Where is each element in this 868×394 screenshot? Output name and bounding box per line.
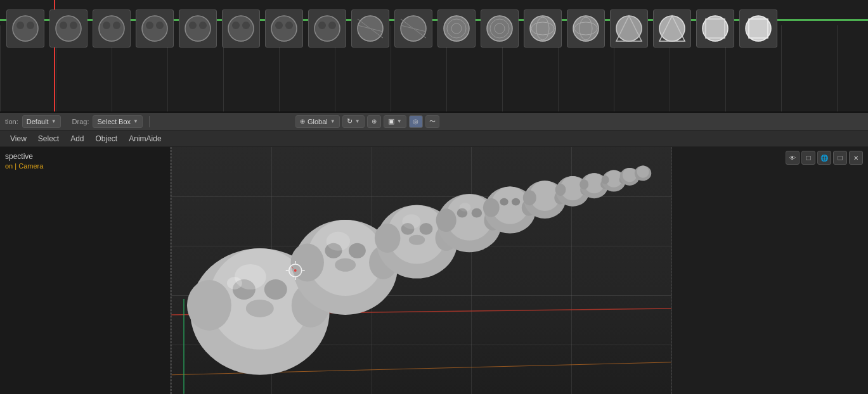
svg-point-3 <box>56 16 81 41</box>
drag-value: Select Box <box>97 118 131 125</box>
svg-point-61 <box>227 277 242 289</box>
svg-point-9 <box>142 16 167 41</box>
svg-point-46 <box>703 16 728 41</box>
snap-toggle[interactable]: ⊕ <box>367 115 381 128</box>
svg-point-84 <box>459 203 470 212</box>
drag-dropdown-arrow: ▼ <box>133 118 138 124</box>
mode-dropdown[interactable]: Default ▼ <box>22 115 61 128</box>
thumb-16[interactable] <box>696 10 734 48</box>
right-gizmo-btn[interactable]: 🌐 <box>817 151 831 165</box>
svg-point-33 <box>487 16 512 41</box>
main-viewport[interactable] <box>171 147 671 394</box>
gizmo-icon: 🌐 <box>820 155 828 162</box>
svg-point-89 <box>500 198 508 206</box>
svg-point-12 <box>185 16 211 41</box>
svg-point-5 <box>70 22 77 29</box>
svg-point-20 <box>285 22 293 29</box>
menu-add[interactable]: Add <box>65 133 89 144</box>
svg-point-42 <box>616 16 642 41</box>
drag-dropdown[interactable]: Select Box ▼ <box>93 115 143 128</box>
snap-options-icon: ▣ <box>388 117 394 125</box>
svg-point-44 <box>659 16 685 41</box>
timeline-area[interactable] <box>0 0 868 113</box>
menu-view[interactable]: View <box>5 133 32 144</box>
svg-point-22 <box>318 22 326 29</box>
svg-point-105 <box>602 175 609 184</box>
drag-label: Drag: <box>72 118 89 125</box>
right-overlay-btn[interactable]: □ <box>801 151 815 165</box>
svg-point-110 <box>637 166 649 178</box>
svg-point-16 <box>232 22 240 29</box>
svg-point-39 <box>573 16 599 41</box>
timeline-thumbnails <box>0 3 784 54</box>
3d-scene <box>171 147 671 394</box>
thumb-6[interactable] <box>265 10 303 48</box>
thumb-2[interactable] <box>93 10 131 48</box>
thumb-4[interactable] <box>179 10 217 48</box>
thumb-11[interactable] <box>481 10 519 48</box>
thumb-5[interactable] <box>222 10 260 48</box>
thumb-15[interactable] <box>653 10 691 48</box>
menu-bar: View Select Add Object AnimAide <box>0 130 868 147</box>
thumb-1[interactable] <box>49 10 87 48</box>
perspective-label: spective <box>5 152 33 161</box>
svg-point-69 <box>327 232 350 251</box>
snap-options[interactable]: ▣ ▼ <box>384 115 406 128</box>
orientation-icon: ⊕ <box>300 118 305 125</box>
svg-point-93 <box>523 190 536 205</box>
svg-point-13 <box>189 22 197 29</box>
thumb-0[interactable] <box>6 10 44 48</box>
svg-point-59 <box>246 300 274 317</box>
mode-value: Default <box>27 118 49 125</box>
thumb-10[interactable] <box>437 10 476 48</box>
toolbar-separator-1 <box>149 116 150 127</box>
svg-point-58 <box>264 279 287 300</box>
svg-point-67 <box>349 243 366 258</box>
svg-point-90 <box>512 198 520 206</box>
thumb-14[interactable] <box>610 10 648 48</box>
svg-point-0 <box>13 16 38 41</box>
thumb-13[interactable] <box>567 10 605 48</box>
thumb-8[interactable] <box>351 10 389 48</box>
svg-point-30 <box>444 16 469 41</box>
svg-point-10 <box>146 22 153 29</box>
right-eye-btn[interactable]: 👁 <box>786 151 800 165</box>
svg-point-6 <box>99 16 124 41</box>
menu-object[interactable]: Object <box>91 133 123 144</box>
svg-point-17 <box>242 22 250 29</box>
thumb-12[interactable] <box>524 10 562 48</box>
thumb-17[interactable] <box>739 10 777 48</box>
svg-point-83 <box>472 208 483 218</box>
grease-pencil[interactable]: 〜 <box>425 115 439 128</box>
svg-point-97 <box>555 184 566 196</box>
viewport-left-divider <box>171 147 172 394</box>
svg-point-76 <box>409 235 425 245</box>
thumb-7[interactable] <box>308 10 346 48</box>
proportional-editing[interactable]: ◎ <box>409 115 423 128</box>
pivot-dropdown[interactable]: ↻ ▼ <box>342 115 365 128</box>
svg-point-1 <box>16 22 24 29</box>
svg-point-36 <box>530 16 555 41</box>
pivot-icon: ↻ <box>347 117 353 125</box>
svg-point-11 <box>156 22 164 29</box>
mode-label: tion: <box>5 118 18 125</box>
svg-point-19 <box>275 22 283 29</box>
svg-point-4 <box>60 22 67 29</box>
right-close-btn[interactable]: ✕ <box>849 151 863 165</box>
right-view-btn[interactable]: □ <box>833 151 847 165</box>
pivot-arrow: ▼ <box>355 118 360 124</box>
snap-options-arrow: ▼ <box>397 118 402 124</box>
menu-select[interactable]: Select <box>33 133 64 144</box>
menu-animaide[interactable]: AnimAide <box>124 133 166 144</box>
orientation-dropdown[interactable]: ⊕ Global ▼ <box>295 115 340 128</box>
mode-dropdown-arrow: ▼ <box>51 118 56 124</box>
right-panel: 👁 □ 🌐 □ ✕ <box>671 147 868 394</box>
svg-point-55 <box>187 280 231 331</box>
svg-point-108 <box>623 168 637 182</box>
orientation-arrow: ▼ <box>330 118 335 124</box>
svg-point-87 <box>483 198 500 217</box>
thumb-9[interactable] <box>394 10 432 48</box>
toolbar-row: tion: Default ▼ Drag: Select Box ▼ ⊕ Glo… <box>0 113 868 130</box>
thumb-3[interactable] <box>136 10 174 48</box>
svg-point-7 <box>103 22 110 29</box>
